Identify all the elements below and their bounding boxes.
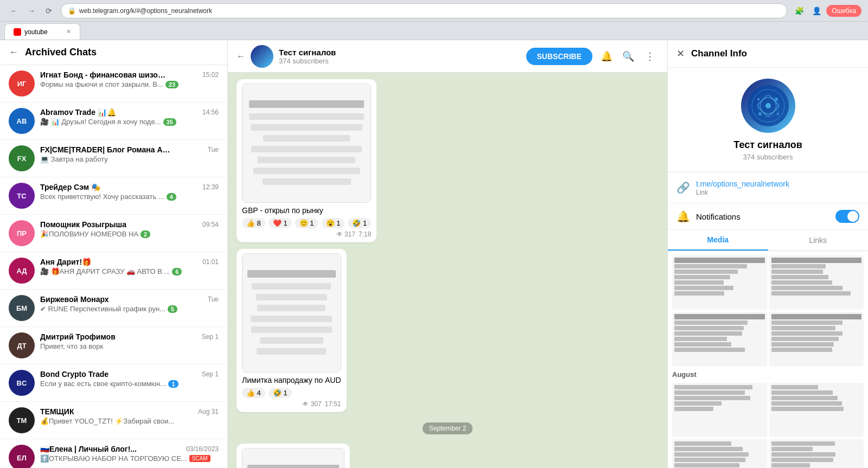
tab-close-btn[interactable]: ✕	[66, 28, 71, 35]
chat-content: FX|CME|TRADER| Блог Романа Анкуд...Tue💻 …	[40, 145, 219, 163]
notifications-row: 🔔 Notifications	[668, 203, 868, 230]
message-reactions: 👍 4🤣 1	[242, 388, 341, 398]
media-item[interactable]	[672, 312, 767, 366]
unread-badge: 6	[172, 268, 182, 275]
chat-item[interactable]: БМБиржевой МонархTue✔ RUNE Перспективный…	[0, 290, 227, 327]
chat-item[interactable]: ДТДмитрий ТрофимовSep 1Привет, что за во…	[0, 327, 227, 364]
message-bubble: 👍 6🔥 1💙 1🤣 1👁 1797:20	[237, 444, 350, 468]
chat-back-button[interactable]: ←	[237, 52, 245, 61]
chat-name: FX|CME|TRADER| Блог Романа Анкуд...	[40, 145, 170, 154]
svg-point-7	[757, 98, 760, 100]
sidebar-back-button[interactable]: ←	[9, 47, 18, 58]
svg-point-5	[758, 112, 762, 116]
view-count: 👁 307	[302, 400, 321, 408]
chat-item[interactable]: ТМТЕМЩИКAug 31💰Привет YOLO_TZT! ⚡Забирай…	[0, 402, 227, 439]
chat-list: ИГИгнат Бонд - финансовая шизофре...15:0…	[0, 65, 227, 468]
chat-item[interactable]: ИГИгнат Бонд - финансовая шизофре...15:0…	[0, 65, 227, 102]
reaction[interactable]: 👍 8	[242, 218, 265, 228]
reaction[interactable]: 👍 4	[242, 388, 265, 398]
profile-avatar	[741, 79, 795, 133]
notifications-toggle[interactable]	[835, 210, 859, 223]
back-button[interactable]: ←	[7, 3, 22, 18]
media-item[interactable]	[672, 383, 767, 437]
media-section-label: August	[672, 368, 864, 381]
reaction[interactable]: 🤣 1	[269, 388, 292, 398]
chat-avatar: BC	[9, 370, 35, 396]
chat-item[interactable]: FXFX|CME|TRADER| Блог Романа Анкуд...Tue…	[0, 140, 227, 177]
message-meta: 👁 3177:18	[242, 230, 371, 238]
topbar-icons: 🔔 🔍 ⋮	[598, 48, 659, 65]
channel-avatar	[251, 45, 273, 68]
chat-avatar: FX	[9, 145, 35, 171]
media-item[interactable]	[769, 383, 864, 437]
more-button[interactable]: ⋮	[641, 48, 659, 65]
chat-preview: 🎥 📊 Друзья! Сегодня я хочу поде...35	[40, 118, 219, 126]
reaction[interactable]: ❤️ 1	[269, 218, 292, 228]
chat-content: Игнат Бонд - финансовая шизофре...15:02Ф…	[40, 70, 219, 88]
tab-media[interactable]: Media	[668, 230, 768, 251]
chat-item[interactable]: BCBond Crypto TradeSep 1Если у вас есть …	[0, 364, 227, 402]
view-count: 👁 317	[336, 230, 355, 238]
chat-name: ТЕМЩИК	[40, 407, 74, 416]
chat-item[interactable]: ПРПомощник Розыгрыша09:54🎉ПОЛОВИНУ НОМЕР…	[0, 215, 227, 252]
extensions-btn[interactable]: 🧩	[792, 3, 807, 18]
chat-time: 01:01	[202, 258, 219, 266]
reaction[interactable]: 😮 1	[322, 218, 345, 228]
reload-button[interactable]: ⟳	[41, 3, 56, 18]
reaction[interactable]: 🙂 1	[295, 218, 318, 228]
sidebar-title: Archived Chats	[25, 47, 97, 58]
chat-name: Игнат Бонд - финансовая шизофре...	[40, 70, 170, 79]
chat-content: 🇷🇺Елена | Личный блог!...03/16/2023⬆️ОТК…	[40, 445, 219, 463]
chat-content: Abramov Trade 📊🔔14:56🎥 📊 Друзья! Сегодня…	[40, 108, 219, 126]
media-item[interactable]	[769, 439, 864, 468]
channel-link-row: 🔗 t.me/options_neuralnetwork Link	[668, 172, 868, 203]
search-button[interactable]: 🔍	[620, 48, 637, 65]
chat-topbar: ← Тест сигналов 374 subscribers SUBSCRIB…	[228, 40, 667, 73]
panel-close-button[interactable]: ✕	[676, 48, 685, 60]
channel-link[interactable]: t.me/options_neuralnetwork	[696, 179, 789, 188]
chat-avatar: ЕЛ	[9, 445, 35, 468]
profile-btn[interactable]: 👤	[809, 3, 824, 18]
chat-item[interactable]: ТСТрейдер Сэм 🎭12:39Всех приветствую! Хо…	[0, 177, 227, 215]
media-item[interactable]	[769, 312, 864, 366]
unread-badge: 5	[168, 305, 177, 313]
channel-subscribers: 374 subscribers	[279, 57, 521, 65]
reaction[interactable]: 🤣 1	[348, 218, 371, 228]
media-item[interactable]	[672, 255, 767, 310]
active-tab[interactable]: youtube ✕	[4, 23, 80, 40]
messages-area: GBP - открыл по рынку👍 8❤️ 1🙂 1😮 1🤣 1👁 3…	[228, 73, 667, 468]
chat-name: Аня Дарит!🎁	[40, 258, 91, 266]
unread-badge: 1	[168, 380, 178, 388]
address-bar[interactable]: 🔒 web.telegram.org/k/#@options_neuralnet…	[61, 3, 787, 18]
chat-name: Биржевой Монарх	[40, 295, 109, 304]
profile-channel-name: Тест сигналов	[733, 139, 802, 151]
media-item[interactable]	[672, 439, 767, 468]
notifications-label: Notifications	[696, 212, 829, 221]
chat-item[interactable]: АДАня Дарит!🎁01:01🎥 🎁АНЯ ДАРИТ СРАЗУ 🚗 А…	[0, 252, 227, 290]
tab-favicon	[14, 28, 21, 36]
chat-preview: 🎉ПОЛОВИНУ НОМЕРОВ НА2	[40, 230, 219, 238]
tab-bar: youtube ✕	[0, 22, 868, 40]
sidebar-header: ← Archived Chats	[0, 40, 227, 65]
tab-links[interactable]: Links	[768, 230, 869, 251]
media-item[interactable]	[769, 255, 864, 310]
forward-button[interactable]: →	[24, 3, 39, 18]
chat-item[interactable]: ABAbramov Trade 📊🔔14:56🎥 📊 Друзья! Сегод…	[0, 102, 227, 140]
chat-preview: 💻 Завтра на работу	[40, 155, 219, 163]
subscribe-button[interactable]: SUBSCRIBE	[526, 48, 592, 65]
channel-profile: Тест сигналов 374 subscribers	[668, 68, 868, 172]
panel-tabs: Media Links	[668, 230, 868, 251]
unread-badge: 4	[167, 193, 176, 201]
browser-tab-bar: ← → ⟳ 🔒 web.telegram.org/k/#@options_neu…	[0, 0, 868, 22]
message-bubble: Лимитка напродажу по AUD👍 4🤣 1👁 30717:51	[237, 249, 347, 412]
chat-content: Трейдер Сэм 🎭12:39Всех приветствую! Хочу…	[40, 183, 219, 201]
channel-info-panel: ✕ Channel Info Тест сигналов 3	[667, 40, 868, 468]
chat-preview: Если у вас есть свое крипто-коммюн...1	[40, 380, 219, 388]
error-button[interactable]: Ошибка	[826, 5, 861, 17]
chat-item[interactable]: ЕЛ🇷🇺Елена | Личный блог!...03/16/2023⬆️О…	[0, 439, 227, 468]
svg-point-4	[775, 98, 778, 101]
chat-time: 15:02	[202, 71, 219, 79]
unread-badge: 35	[163, 118, 176, 126]
chat-content: ТЕМЩИКAug 31💰Привет YOLO_TZT! ⚡Забирай с…	[40, 407, 219, 425]
mute-button[interactable]: 🔔	[598, 48, 615, 65]
